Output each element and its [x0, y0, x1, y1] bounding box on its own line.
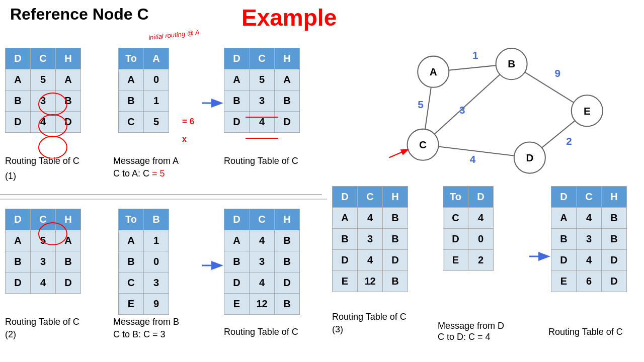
routing-table-final: D C H A4B B3B D4D E6D [551, 186, 627, 292]
svg-text:5: 5 [418, 99, 424, 110]
table-row: A0 [119, 69, 169, 90]
svg-line-24 [389, 150, 407, 158]
rtf-col-c: C [577, 187, 602, 208]
rt1-label2: (1) [5, 171, 16, 182]
toa-col-a: A [144, 48, 169, 69]
svg-text:B: B [508, 58, 515, 69]
divider [0, 199, 327, 200]
rt2-col-d: D [6, 209, 31, 230]
table-row: A4B [333, 208, 408, 229]
tod-col-to: To [443, 187, 468, 208]
table-row: B3B [224, 251, 300, 273]
page-title: Reference Node C [10, 5, 149, 24]
to-d-table: To D C4 D0 E2 [443, 186, 494, 271]
table-row: B1 [119, 90, 169, 112]
msg-b-label1: Message from B [113, 317, 179, 327]
rt3-col-c: C [358, 187, 383, 208]
to-a-table: To A A0 B1 C5 [118, 48, 169, 133]
msg-d-label1: Message from D [438, 321, 504, 331]
table-row: D4D [224, 273, 300, 294]
rta-col-h: H [275, 48, 300, 69]
to-b-table: To B A1 B0 C3 E9 [118, 209, 169, 315]
table-row: C4 [443, 208, 494, 229]
rtb-col-d: D [224, 209, 250, 230]
rtb-col-c: C [250, 209, 275, 230]
svg-text:D: D [526, 152, 533, 163]
svg-text:A: A [430, 66, 437, 77]
table-row: B3B [333, 229, 408, 250]
svg-text:E: E [584, 105, 591, 117]
table-row: B3B [551, 229, 627, 250]
cx-annotation: x [182, 135, 187, 144]
rt1-col-c: C [31, 48, 56, 69]
arrow1 [201, 93, 224, 113]
network-graph: 1 5 3 9 4 2 A B C D E [342, 23, 634, 189]
rta-col-c: C [250, 48, 275, 69]
rt-after-a-label: Routing Table of C [224, 156, 298, 166]
table-row: B3B [6, 251, 81, 273]
rt3-label2: (3) [332, 324, 343, 335]
table-row: D4D [6, 273, 81, 294]
table-row: A4B [224, 230, 300, 251]
rtf-col-d: D [551, 187, 577, 208]
msg-d-label2: C to D: C = 4 [438, 332, 491, 342]
eq6-annotation: = 6 [182, 117, 194, 127]
table-row: A5A [224, 69, 300, 90]
rt-after-b-label: Routing Table of C [224, 327, 298, 337]
tob-col-to: To [119, 209, 144, 230]
table-row: E12B [333, 271, 408, 292]
routing-table-c-2: D C H A5A B3B D4D [5, 209, 81, 294]
table-row: A4B [551, 208, 627, 229]
msg-a-label1: Message from A [113, 156, 179, 166]
table-row: A1 [119, 230, 169, 251]
rt1-col-h: H [56, 48, 81, 69]
toa-col-to: To [119, 48, 144, 69]
table-row: A5A [6, 69, 81, 90]
rt3-col-d: D [333, 187, 358, 208]
annotation-text: initial routing @ A [148, 29, 200, 42]
svg-text:C: C [419, 139, 427, 150]
routing-table-c-1: D C H A5A B3B D4D [5, 48, 81, 133]
svg-text:2: 2 [566, 135, 572, 147]
table-row: D4D [551, 250, 627, 271]
arrow3 [528, 246, 551, 266]
tod-col-d: D [468, 187, 494, 208]
table-row: C5 [119, 112, 169, 133]
table-row: E6D [551, 271, 627, 292]
rt2-col-c: C [31, 209, 56, 230]
rt1-col-d: D [6, 48, 31, 69]
svg-text:4: 4 [470, 153, 476, 165]
table-row: D4D [224, 112, 300, 133]
table-row: B0 [119, 251, 169, 273]
svg-text:9: 9 [555, 67, 561, 79]
svg-text:1: 1 [472, 49, 478, 61]
msg-a-label2: C to A: C = 5 [113, 168, 165, 179]
table-row: D4D [333, 250, 408, 271]
rtf-col-h: H [602, 187, 627, 208]
rt2-col-h: H [56, 209, 81, 230]
c5-annotation: = 5 [152, 168, 165, 178]
table-row: A5A [6, 230, 81, 251]
table-row: B3B [6, 90, 81, 112]
rt3-col-h: H [383, 187, 408, 208]
tob-col-b: B [144, 209, 169, 230]
rta-col-d: D [224, 48, 250, 69]
rt-final-label: Routing Table of C [548, 327, 623, 337]
table-row: E2 [443, 250, 494, 271]
table-row: E12B [224, 294, 300, 315]
rt2-label2: (2) [5, 329, 16, 340]
rt1-label: Routing Table of C [5, 156, 79, 166]
routing-table-c-3: D C H A4B B3B D4D E12B [332, 186, 408, 292]
rt3-label1: Routing Table of C [332, 312, 407, 322]
table-row: D4D [6, 112, 81, 133]
msg-a-text: C to A: C [113, 168, 152, 178]
table-row: E9 [119, 294, 169, 315]
routing-table-after-b: D C H A4B B3B D4D E12B [224, 209, 300, 315]
rt2-label1: Routing Table of C [5, 317, 79, 327]
table-row: B3B [224, 90, 300, 112]
table-row: D0 [443, 229, 494, 250]
msg-b-label2: C to B: C = 3 [113, 329, 166, 340]
section-divider [0, 194, 322, 195]
table-row: C3 [119, 273, 169, 294]
svg-point-28 [39, 136, 67, 158]
